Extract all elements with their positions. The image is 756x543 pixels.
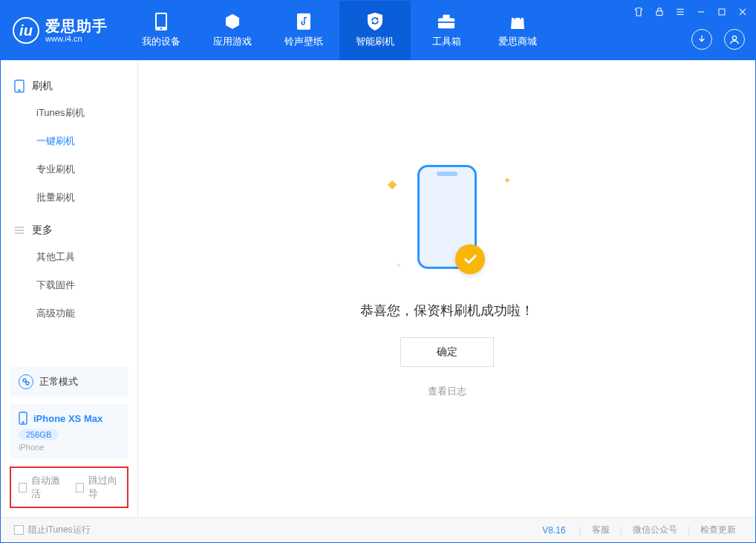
header-right xyxy=(691,29,745,50)
svg-rect-0 xyxy=(656,11,662,16)
checkbox-icon xyxy=(76,483,84,492)
app-window: iu 爱思助手 www.i4.cn 我的设备 应用游戏 xyxy=(0,0,756,543)
device-name: iPhone XS Max xyxy=(33,413,102,424)
tab-label: 我的设备 xyxy=(142,35,180,48)
sidebar-item-itunes-flash[interactable]: iTunes刷机 xyxy=(1,99,137,127)
checkmark-badge-icon xyxy=(455,244,485,274)
sidebar-item-advanced[interactable]: 高级功能 xyxy=(1,299,137,328)
app-name: 爱思助手 xyxy=(45,18,108,34)
checkbox-icon xyxy=(14,525,24,535)
svg-rect-11 xyxy=(297,13,310,30)
svg-rect-13 xyxy=(443,15,449,19)
normal-mode-icon xyxy=(19,374,33,389)
tab-label: 应用游戏 xyxy=(213,35,252,48)
sidebar-section-more: 更多 xyxy=(1,218,137,243)
version-label: V8.16 xyxy=(542,525,574,536)
shopping-bag-icon xyxy=(509,13,527,30)
phone-outline-icon xyxy=(14,79,25,93)
statusbar-link-update[interactable]: 检查更新 xyxy=(694,524,742,536)
user-button[interactable] xyxy=(724,29,745,50)
sidebar: 刷机 iTunes刷机 一键刷机 专业刷机 批量刷机 更多 其他工具 下载固件 … xyxy=(1,60,138,517)
window-controls xyxy=(633,7,748,17)
tab-label: 爱思商城 xyxy=(498,35,537,48)
checkbox-label: 阻止iTunes运行 xyxy=(28,524,91,536)
sparkle-icon: ◆ xyxy=(388,177,397,191)
logo-icon: iu xyxy=(13,17,39,44)
tab-toolbox[interactable]: 工具箱 xyxy=(411,1,482,60)
ok-button[interactable]: 确定 xyxy=(400,337,494,367)
download-button[interactable] xyxy=(691,29,712,50)
maximize-button[interactable] xyxy=(717,7,727,17)
device-card[interactable]: iPhone XS Max 256GB iPhone xyxy=(10,404,128,459)
checkbox-icon xyxy=(19,483,27,492)
svg-rect-9 xyxy=(157,14,166,27)
svg-rect-12 xyxy=(438,18,454,28)
music-note-icon xyxy=(295,13,313,30)
tab-my-device[interactable]: 我的设备 xyxy=(126,1,197,60)
mode-label: 正常模式 xyxy=(39,375,78,388)
shirt-icon[interactable] xyxy=(633,7,644,17)
header: iu 爱思助手 www.i4.cn 我的设备 应用游戏 xyxy=(1,1,755,60)
statusbar-link-wechat[interactable]: 微信公众号 xyxy=(627,524,683,536)
tab-label: 铃声壁纸 xyxy=(284,35,323,48)
svg-point-17 xyxy=(19,90,20,91)
svg-point-10 xyxy=(160,27,162,29)
tab-apps[interactable]: 应用游戏 xyxy=(197,1,268,60)
app-url: www.i4.cn xyxy=(45,34,108,43)
sidebar-item-other-tools[interactable]: 其他工具 xyxy=(1,243,137,271)
close-button[interactable] xyxy=(737,7,748,17)
device-type: iPhone xyxy=(19,443,120,452)
sidebar-item-onekey-flash[interactable]: 一键刷机 xyxy=(1,127,137,155)
lock-icon[interactable] xyxy=(654,7,665,17)
sidebar-section-title: 更多 xyxy=(32,224,53,237)
block-itunes-checkbox[interactable]: 阻止iTunes运行 xyxy=(14,524,91,536)
svg-rect-14 xyxy=(438,22,454,23)
sidebar-item-pro-flash[interactable]: 专业刷机 xyxy=(1,155,137,183)
sidebar-item-download-firmware[interactable]: 下载固件 xyxy=(1,271,137,299)
cube-icon xyxy=(224,13,241,30)
sidebar-section-title: 刷机 xyxy=(32,79,53,93)
device-phone-icon xyxy=(19,412,27,425)
checkbox-label: 跳过向导 xyxy=(88,474,120,501)
phone-icon xyxy=(152,13,170,30)
statusbar: 阻止iTunes运行 V8.16 | 客服 | 微信公众号 | 检查更新 xyxy=(1,517,755,542)
svg-point-24 xyxy=(22,422,24,423)
shield-refresh-icon xyxy=(366,13,384,30)
checkbox-row: 自动激活 跳过向导 xyxy=(10,466,128,508)
menu-icon[interactable] xyxy=(675,7,685,17)
phone-illustration-icon xyxy=(417,165,477,269)
svg-point-15 xyxy=(732,36,736,39)
sidebar-item-batch-flash[interactable]: 批量刷机 xyxy=(1,183,137,212)
sidebar-section-flash: 刷机 xyxy=(1,74,137,99)
tab-ringtone[interactable]: 铃声壁纸 xyxy=(268,1,339,60)
main-content: ◆ ✦ ✦ 恭喜您，保资料刷机成功啦！ 确定 查看日志 xyxy=(138,60,755,517)
sparkle-icon: ✦ xyxy=(504,175,511,186)
tab-label: 工具箱 xyxy=(432,35,461,48)
view-log-link[interactable]: 查看日志 xyxy=(428,385,466,398)
tab-store[interactable]: 爱思商城 xyxy=(482,1,553,60)
skip-guide-checkbox[interactable]: 跳过向导 xyxy=(76,474,120,501)
success-message: 恭喜您，保资料刷机成功啦！ xyxy=(360,302,534,319)
auto-activate-checkbox[interactable]: 自动激活 xyxy=(19,474,62,501)
statusbar-link-support[interactable]: 客服 xyxy=(586,524,616,536)
svg-point-21 xyxy=(23,379,26,382)
sparkle-icon: ✦ xyxy=(395,261,402,270)
tab-flash[interactable]: 智能刷机 xyxy=(339,1,411,60)
more-icon xyxy=(14,225,25,235)
logo: iu 爱思助手 www.i4.cn xyxy=(13,17,108,44)
success-illustration: ◆ ✦ ✦ xyxy=(365,150,529,284)
minimize-button[interactable] xyxy=(696,7,706,17)
nav-tabs: 我的设备 应用游戏 铃声壁纸 智能刷机 xyxy=(126,1,553,60)
mode-card[interactable]: 正常模式 xyxy=(10,367,128,397)
body: 刷机 iTunes刷机 一键刷机 专业刷机 批量刷机 更多 其他工具 下载固件 … xyxy=(1,60,755,517)
device-capacity: 256GB xyxy=(19,429,59,440)
checkbox-label: 自动激活 xyxy=(31,474,62,501)
svg-rect-5 xyxy=(719,9,725,15)
toolbox-icon xyxy=(437,13,455,30)
tab-label: 智能刷机 xyxy=(356,35,394,48)
svg-point-22 xyxy=(26,382,29,385)
